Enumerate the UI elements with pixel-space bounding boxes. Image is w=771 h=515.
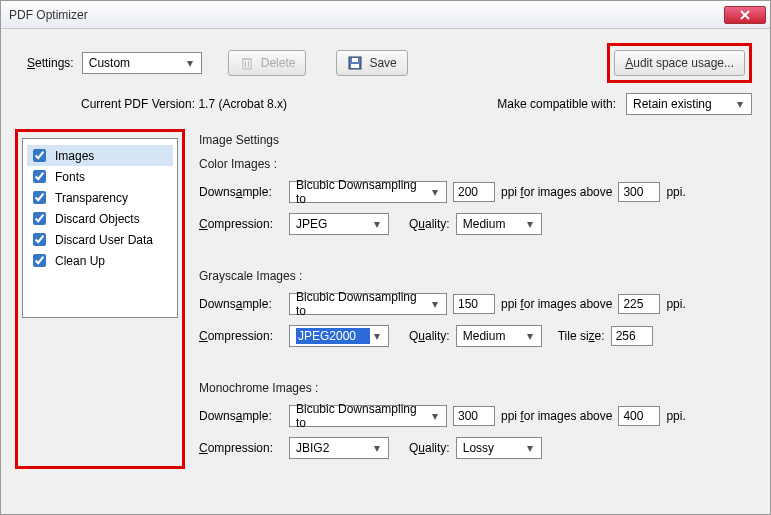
ppi-suffix: ppi. [666, 297, 685, 311]
trash-icon [239, 55, 255, 71]
quality-label: Quality: [409, 329, 450, 343]
sidebar-item-transparency[interactable]: Transparency [27, 187, 173, 208]
color-quality-select[interactable]: Medium ▾ [456, 213, 542, 235]
ppi-above-label: ppi for images above [501, 297, 612, 311]
settings-value: Custom [89, 56, 183, 70]
sidebar-item-discard-user-data[interactable]: Discard User Data [27, 229, 173, 250]
downsample-label: Downsample: [199, 297, 283, 311]
ppi-suffix: ppi. [666, 409, 685, 423]
downsample-label: Downsample: [199, 409, 283, 423]
svg-rect-8 [352, 58, 358, 62]
color-downsample-select[interactable]: Bicubic Downsampling to ▾ [289, 181, 447, 203]
save-label: Save [369, 56, 396, 70]
compat-label: Make compatible with: [497, 97, 616, 111]
chevron-down-icon: ▾ [523, 217, 537, 231]
color-ppi-above-input[interactable] [618, 182, 660, 202]
mono-compression-row: Compression: JBIG2 ▾ Quality: Lossy ▾ [199, 437, 754, 459]
downsample-label: Downsample: [199, 185, 283, 199]
settings-select[interactable]: Custom ▾ [82, 52, 202, 74]
mono-ppi-input[interactable] [453, 406, 495, 426]
gray-compression-select[interactable]: JPEG2000 ▾ [289, 325, 389, 347]
sidebar-item-label: Images [55, 149, 94, 163]
save-button[interactable]: Save [336, 50, 407, 76]
ppi-suffix: ppi. [666, 185, 685, 199]
color-ppi-input[interactable] [453, 182, 495, 202]
chevron-down-icon: ▾ [183, 56, 197, 70]
chevron-down-icon: ▾ [733, 97, 747, 111]
current-version: Current PDF Version: 1.7 (Acrobat 8.x) [81, 97, 497, 111]
images-checkbox[interactable] [33, 149, 46, 162]
sidebar-item-discard-objects[interactable]: Discard Objects [27, 208, 173, 229]
sidebar-item-clean-up[interactable]: Clean Up [27, 250, 173, 271]
compat-value: Retain existing [633, 97, 733, 111]
sidebar-item-label: Transparency [55, 191, 128, 205]
audit-space-usage-button[interactable]: Audit space usage... [614, 50, 745, 76]
version-row: Current PDF Version: 1.7 (Acrobat 8.x) M… [1, 89, 770, 121]
gray-ppi-input[interactable] [453, 294, 495, 314]
compression-label: Compression: [199, 441, 283, 455]
audit-label: Audit space usage... [625, 56, 734, 70]
tile-size-label: Tile size: [558, 329, 605, 343]
delete-button[interactable]: Delete [228, 50, 307, 76]
transparency-checkbox[interactable] [33, 191, 46, 204]
discard-objects-checkbox[interactable] [33, 212, 46, 225]
toolbar: Settings: Custom ▾ Delete Save Audit spa… [1, 29, 770, 89]
ppi-above-label: ppi for images above [501, 185, 612, 199]
color-compression-select[interactable]: JPEG ▾ [289, 213, 389, 235]
chevron-down-icon: ▾ [523, 329, 537, 343]
audit-highlight: Audit space usage... [607, 43, 752, 83]
color-images-header: Color Images : [199, 157, 754, 171]
monochrome-images-header: Monochrome Images : [199, 381, 754, 395]
sidebar-item-label: Clean Up [55, 254, 105, 268]
compat-select[interactable]: Retain existing ▾ [626, 93, 752, 115]
ppi-above-label: ppi for images above [501, 409, 612, 423]
sidebar-item-images[interactable]: Images [27, 145, 173, 166]
mono-ppi-above-input[interactable] [618, 406, 660, 426]
fonts-checkbox[interactable] [33, 170, 46, 183]
gray-downsample-row: Downsample: Bicubic Downsampling to ▾ pp… [199, 293, 754, 315]
chevron-down-icon: ▾ [370, 329, 384, 343]
gray-ppi-above-input[interactable] [618, 294, 660, 314]
color-compression-row: Compression: JPEG ▾ Quality: Medium ▾ [199, 213, 754, 235]
compression-label: Compression: [199, 217, 283, 231]
close-button[interactable] [724, 6, 766, 24]
settings-label: Settings: [27, 56, 74, 70]
delete-label: Delete [261, 56, 296, 70]
quality-label: Quality: [409, 441, 450, 455]
mono-quality-select[interactable]: Lossy ▾ [456, 437, 542, 459]
titlebar: PDF Optimizer [1, 1, 770, 29]
gray-compression-row: Compression: JPEG2000 ▾ Quality: Medium … [199, 325, 754, 347]
color-downsample-row: Downsample: Bicubic Downsampling to ▾ pp… [199, 181, 754, 203]
mono-downsample-select[interactable]: Bicubic Downsampling to ▾ [289, 405, 447, 427]
sidebar-item-label: Discard User Data [55, 233, 153, 247]
gray-quality-select[interactable]: Medium ▾ [456, 325, 542, 347]
sidebar-item-label: Fonts [55, 170, 85, 184]
gray-downsample-select[interactable]: Bicubic Downsampling to ▾ [289, 293, 447, 315]
category-list: Images Fonts Transparency Discard Object… [22, 138, 178, 318]
sidebar-item-fonts[interactable]: Fonts [27, 166, 173, 187]
quality-label: Quality: [409, 217, 450, 231]
chevron-down-icon: ▾ [370, 217, 384, 231]
svg-rect-2 [243, 59, 251, 69]
chevron-down-icon: ▾ [428, 297, 442, 311]
svg-rect-7 [351, 64, 359, 68]
close-icon [740, 10, 750, 20]
sidebar-highlight: Images Fonts Transparency Discard Object… [15, 129, 185, 469]
discard-user-data-checkbox[interactable] [33, 233, 46, 246]
chevron-down-icon: ▾ [428, 185, 442, 199]
mono-downsample-row: Downsample: Bicubic Downsampling to ▾ pp… [199, 405, 754, 427]
window-title: PDF Optimizer [9, 8, 724, 22]
chevron-down-icon: ▾ [523, 441, 537, 455]
clean-up-checkbox[interactable] [33, 254, 46, 267]
chevron-down-icon: ▾ [428, 409, 442, 423]
grayscale-images-header: Grayscale Images : [199, 269, 754, 283]
compression-label: Compression: [199, 329, 283, 343]
chevron-down-icon: ▾ [370, 441, 384, 455]
image-settings-panel: Image Settings Color Images : Downsample… [195, 129, 762, 469]
main-area: Images Fonts Transparency Discard Object… [1, 121, 770, 469]
sidebar-item-label: Discard Objects [55, 212, 140, 226]
gray-tile-input[interactable] [611, 326, 653, 346]
save-icon [347, 55, 363, 71]
panel-title: Image Settings [199, 133, 754, 147]
mono-compression-select[interactable]: JBIG2 ▾ [289, 437, 389, 459]
